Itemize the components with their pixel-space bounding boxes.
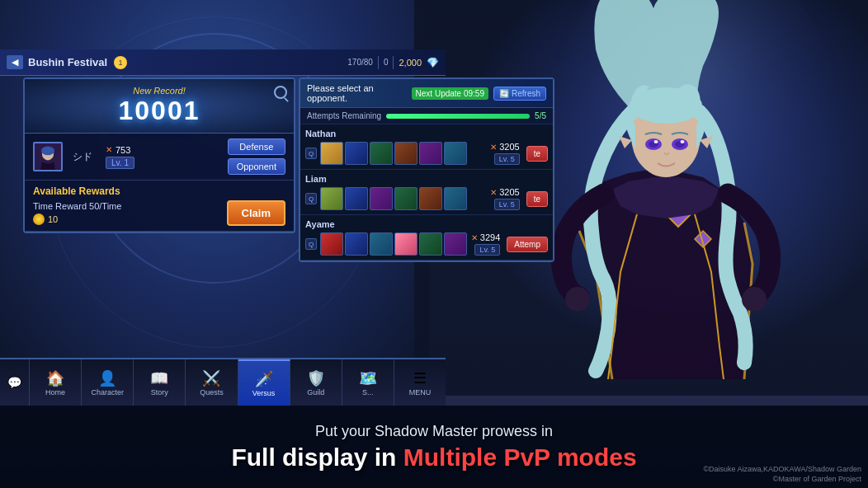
level-badge: Lv. 1	[106, 157, 134, 169]
opponent-header-title: Please select an opponent.	[307, 83, 407, 103]
opp-avatars-2	[320, 232, 467, 256]
power-icon-0: ✕	[490, 143, 497, 152]
opp-stats-2: ✕ 3294 Lv. 5	[471, 232, 500, 256]
map-icon: 🗺️	[359, 369, 377, 387]
nav-menu[interactable]: ☰ MENU	[394, 359, 446, 406]
nav-story[interactable]: 📖 Story	[134, 359, 186, 406]
opp-avatar-1-3	[370, 187, 393, 210]
challenge-button-0[interactable]: te	[526, 146, 548, 162]
nav-guild[interactable]: 🛡️ Guild	[290, 359, 342, 406]
opp-avatars-1	[320, 187, 467, 210]
opp-avatar-0-2	[345, 142, 368, 165]
character-icon: 👤	[98, 369, 116, 387]
power-icon-1: ✕	[490, 188, 497, 197]
power-stat: ✕ 753	[106, 145, 134, 155]
map-label: S...	[362, 388, 374, 396]
nav-home[interactable]: 🏠 Home	[30, 359, 82, 406]
home-icon: 🏠	[46, 369, 64, 387]
svg-point-16	[41, 147, 54, 156]
story-icon: 📖	[150, 369, 168, 387]
coin-row: 10	[33, 214, 222, 225]
guild-icon: 🛡️	[307, 369, 325, 387]
opp-avatar-2-2	[345, 232, 368, 256]
opp-avatar-1-1	[320, 187, 343, 210]
opponent-panel-header: Please select an opponent. Next Update 0…	[300, 79, 553, 108]
opponent-name-1: Liam	[305, 174, 548, 184]
chat-button[interactable]: 💬	[0, 359, 30, 406]
opponent-details-1: Q ✕ 3205 Lv. 5 te	[305, 187, 548, 210]
attempts-count: 5/5	[535, 111, 546, 120]
new-record-label: New Record!	[35, 86, 284, 96]
opp-lv-1: Lv. 5	[494, 199, 520, 210]
main-title-highlight: Multiple PvP modes	[403, 443, 637, 471]
left-panel: New Record! 10001 シド ✕ 753 Lv. 1	[23, 77, 295, 233]
opp-avatar-0-5	[419, 142, 442, 165]
copyright-line1: ©Daisuke Aizawa,KADOKAWA/Shadow Garden	[703, 464, 861, 475]
player-portrait	[35, 142, 61, 171]
copyright-line2: ©Master of Garden Project	[703, 474, 861, 485]
nav-versus[interactable]: 🗡️ Versus	[238, 359, 290, 406]
opponent-row-2: Ayame Q ✕ 3294 Lv. 5 Attemp	[300, 215, 553, 260]
opp-rank-icon-1: Q	[305, 193, 317, 204]
opp-avatar-0-3	[370, 142, 393, 165]
top-bar: ◀ Bushin Festival 1 170/80 0 2,000 💎	[0, 49, 446, 76]
versus-label: Versus	[252, 389, 276, 397]
opp-rank-icon-0: Q	[305, 148, 317, 159]
character-label: Character	[91, 388, 124, 396]
opp-avatars-0	[320, 142, 467, 165]
opp-avatar-1-2	[345, 187, 368, 210]
opp-lv-0: Lv. 5	[494, 153, 520, 165]
challenge-button-1[interactable]: te	[526, 191, 548, 207]
opp-avatar-2-1	[320, 232, 343, 256]
divider	[378, 56, 379, 69]
guild-label: Guild	[307, 388, 324, 396]
opponent-panel: Please select an opponent. Next Update 0…	[299, 77, 554, 262]
defense-button[interactable]: Defense	[228, 138, 285, 155]
nav-map[interactable]: 🗺️ S...	[342, 359, 394, 406]
menu-label: MENU	[409, 388, 432, 396]
nav-quests[interactable]: ⚔️ Quests	[186, 359, 238, 406]
quests-label: Quests	[200, 388, 224, 396]
opp-avatar-0-6	[444, 142, 467, 165]
score-value: 10001	[35, 96, 284, 126]
main-title: Full display in Multiple PvP modes	[231, 443, 636, 472]
main-title-part1: Full display in	[231, 443, 403, 471]
opp-avatar-1-5	[419, 187, 442, 210]
copyright: ©Daisuke Aizawa,KADOKAWA/Shadow Garden ©…	[703, 464, 861, 485]
gems-display: 0	[384, 58, 389, 67]
attempts-fill	[386, 114, 530, 119]
gem-icon: 💎	[427, 57, 439, 68]
opponent-button[interactable]: Opponent	[228, 158, 285, 175]
score-section: New Record! 10001	[25, 79, 294, 134]
opponent-name-0: Nathan	[305, 129, 548, 138]
zoom-icon[interactable]	[274, 86, 287, 99]
opponent-row-0: Nathan Q ✕ 3205 Lv. 5 te	[300, 124, 553, 170]
opp-power-1: 3205	[499, 187, 519, 197]
level-stat: Lv. 1	[106, 157, 134, 169]
versus-icon: 🗡️	[255, 370, 273, 388]
challenge-button-2[interactable]: Attemp	[507, 237, 548, 252]
opp-stats-0: ✕ 3205 Lv. 5	[490, 142, 519, 165]
page-title: Bushin Festival	[28, 56, 107, 68]
nav-character[interactable]: 👤 Character	[82, 359, 134, 406]
coin-value: 10	[48, 214, 58, 224]
back-button[interactable]: ◀	[7, 55, 23, 69]
opp-lv-2: Lv. 5	[474, 244, 500, 256]
player-name: シド	[73, 150, 92, 164]
power-icon-2: ✕	[471, 233, 478, 242]
opp-avatar-0-1	[320, 142, 343, 165]
player-row: シド ✕ 753 Lv. 1 Defense Opponent	[25, 134, 294, 181]
opp-avatar-1-4	[394, 187, 417, 210]
refresh-button[interactable]: 🔄 Refresh	[493, 87, 546, 101]
opp-stats-1: ✕ 3205 Lv. 5	[490, 187, 519, 210]
claim-button[interactable]: Claim	[227, 200, 285, 226]
home-label: Home	[45, 388, 65, 396]
opp-avatar-2-5	[419, 232, 442, 256]
player-avatar	[33, 142, 63, 171]
attempts-label: Attempts Remaining	[307, 111, 381, 120]
opponent-details-0: Q ✕ 3205 Lv. 5 te	[305, 142, 548, 165]
rewards-title: Available Rewards	[33, 185, 285, 197]
subtitle-text: Put your Shadow Master prowess in	[315, 423, 553, 440]
refresh-icon: 🔄	[499, 89, 509, 98]
title-badge: 1	[114, 56, 127, 69]
